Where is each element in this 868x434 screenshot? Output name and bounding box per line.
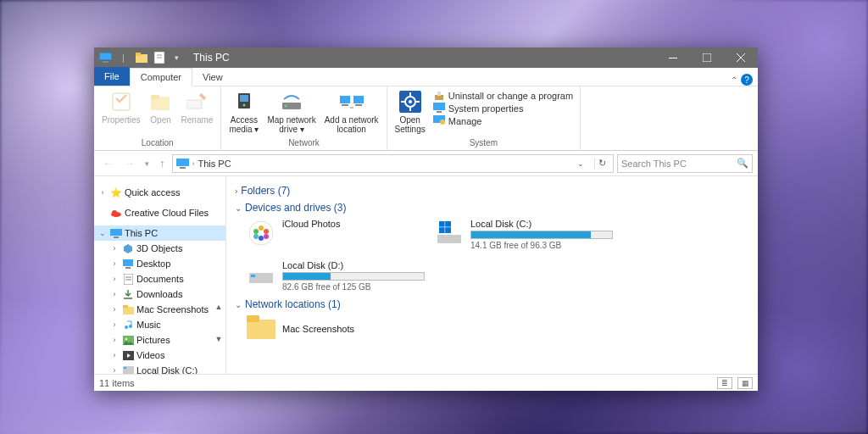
svg-point-38 — [440, 120, 445, 125]
content-area[interactable]: › Folders (7) ⌄ Devices and drives (3) i… — [226, 176, 758, 374]
up-button[interactable]: ↑ — [156, 157, 169, 170]
svg-point-53 — [125, 326, 128, 329]
sidebar-scrollbar[interactable]: ▲▼ — [214, 303, 224, 370]
disk-icon — [122, 364, 134, 374]
cube-icon — [122, 242, 134, 254]
qat-dropdown-icon[interactable]: ▾ — [170, 52, 183, 64]
svg-rect-69 — [439, 221, 445, 227]
network-location-mac-screenshots[interactable]: Mac Screenshots — [247, 315, 749, 344]
svg-point-62 — [264, 229, 269, 234]
sidebar-item-music[interactable]: ›Music — [94, 317, 225, 332]
svg-rect-0 — [99, 53, 112, 60]
svg-point-42 — [112, 210, 117, 215]
access-media-button[interactable]: Access media ▾ — [225, 88, 263, 136]
collapse-ribbon-icon[interactable]: ⌃ — [731, 75, 737, 85]
titlebar[interactable]: | ▾ This PC — [94, 47, 758, 68]
add-network-location-button[interactable]: Add a network location — [320, 88, 383, 136]
svg-point-20 — [285, 105, 287, 108]
history-dropdown[interactable]: ▾ — [142, 159, 153, 168]
sidebar-item-pictures[interactable]: ›Pictures — [94, 332, 225, 348]
sidebar-item-creative-cloud[interactable]: Creative Cloud Files — [94, 205, 225, 220]
svg-rect-40 — [180, 167, 186, 169]
disk-usage-bar — [282, 272, 425, 281]
svg-rect-50 — [124, 298, 132, 299]
system-properties-button[interactable]: System properties — [433, 103, 573, 114]
svg-point-18 — [242, 104, 245, 107]
uninstall-program-button[interactable]: Uninstall or change a program — [433, 90, 573, 102]
window-title: This PC — [193, 52, 656, 64]
network-locations-section-header[interactable]: ⌄ Network locations (1) — [235, 298, 749, 310]
chevron-right-icon[interactable]: › — [192, 159, 195, 168]
sidebar-item-videos[interactable]: ›Videos — [94, 348, 225, 363]
open-settings-button[interactable]: Open Settings — [391, 88, 430, 136]
sidebar-item-3d-objects[interactable]: ›3D Objects — [94, 241, 225, 256]
details-view-button[interactable]: ≣ — [717, 377, 732, 389]
svg-rect-75 — [249, 273, 273, 283]
this-pc-icon — [99, 52, 112, 64]
status-bar: 11 items ≣ ▦ — [94, 374, 758, 391]
svg-rect-14 — [186, 100, 202, 108]
large-icons-view-button[interactable]: ▦ — [737, 377, 753, 389]
ribbon-location-group: Properties Open Rename Location — [94, 86, 221, 150]
maximize-button[interactable] — [690, 47, 724, 68]
folders-section-header[interactable]: › Folders (7) — [235, 185, 749, 197]
sidebar-item-local-disk-c[interactable]: ›Local Disk (C:) — [94, 363, 225, 374]
ribbon-network-group: Access media ▾ Map network drive ▾ Add a… — [221, 86, 387, 150]
help-icon[interactable]: ? — [741, 74, 753, 86]
svg-rect-8 — [703, 53, 711, 62]
svg-rect-70 — [445, 221, 451, 227]
file-tab[interactable]: File — [94, 67, 130, 86]
svg-rect-7 — [669, 58, 677, 58]
sidebar-item-quick-access[interactable]: ›⭐Quick access — [94, 185, 225, 200]
svg-rect-78 — [247, 315, 259, 322]
chevron-right-icon: › — [235, 186, 237, 196]
svg-rect-43 — [110, 229, 122, 236]
new-folder-qat-icon[interactable] — [135, 52, 147, 64]
properties-button[interactable]: Properties — [97, 88, 145, 126]
sidebar-item-desktop[interactable]: ›Desktop — [94, 256, 225, 271]
navigation-pane[interactable]: ›⭐Quick access Creative Cloud Files ⌄Thi… — [94, 176, 226, 374]
desktop-icon — [122, 258, 134, 270]
drive-local-disk-d[interactable]: Local Disk (D:) 82.6 GB free of 125 GB — [247, 260, 425, 292]
rename-button[interactable]: Rename — [177, 88, 218, 126]
disk-usage-bar — [470, 231, 613, 239]
address-bar[interactable]: › This PC ⌄ ↻ — [172, 154, 615, 173]
svg-rect-71 — [439, 227, 445, 233]
svg-rect-13 — [151, 95, 159, 99]
map-network-drive-button[interactable]: Map network drive ▾ — [263, 88, 320, 136]
sidebar-item-downloads[interactable]: ›Downloads — [94, 287, 225, 302]
folder-icon — [122, 303, 134, 315]
refresh-button[interactable]: ↻ — [594, 158, 609, 169]
sidebar-item-this-pc[interactable]: ⌄This PC — [94, 225, 225, 241]
address-bar-row: ← → ▾ ↑ › This PC ⌄ ↻ Search This PC 🔍 — [94, 151, 758, 176]
manage-button[interactable]: Manage — [433, 115, 573, 127]
sidebar-item-mac-screenshots[interactable]: ›Mac Screenshots — [94, 302, 225, 317]
this-pc-icon — [110, 227, 122, 239]
svg-point-66 — [253, 229, 259, 234]
breadcrumb[interactable]: This PC — [198, 159, 231, 169]
computer-tab[interactable]: Computer — [130, 68, 192, 86]
drive-icloud-photos[interactable]: iCloud Photos — [247, 219, 425, 250]
svg-rect-23 — [353, 96, 364, 103]
disk-icon — [247, 260, 275, 289]
minimize-button[interactable] — [656, 47, 690, 68]
address-dropdown-icon[interactable]: ⌄ — [574, 159, 587, 168]
properties-qat-icon[interactable] — [153, 52, 165, 64]
chevron-down-icon: ⌄ — [235, 300, 242, 309]
svg-rect-35 — [433, 103, 445, 110]
sidebar-item-documents[interactable]: ›Documents — [94, 271, 225, 287]
open-button[interactable]: Open — [145, 88, 177, 126]
devices-section-header[interactable]: ⌄ Devices and drives (3) — [235, 202, 749, 214]
back-button[interactable]: ← — [99, 157, 117, 170]
svg-rect-45 — [123, 259, 133, 266]
close-button[interactable] — [724, 47, 758, 68]
svg-point-64 — [259, 236, 264, 241]
search-input[interactable]: Search This PC 🔍 — [617, 154, 753, 173]
svg-rect-21 — [340, 96, 350, 103]
star-icon: ⭐ — [110, 186, 122, 198]
view-tab[interactable]: View — [192, 69, 233, 86]
svg-point-54 — [129, 325, 132, 328]
forward-button[interactable]: → — [120, 157, 138, 170]
drive-local-disk-c[interactable]: Local Disk (C:) 14.1 GB free of 96.3 GB — [435, 219, 613, 250]
svg-rect-3 — [136, 53, 141, 56]
